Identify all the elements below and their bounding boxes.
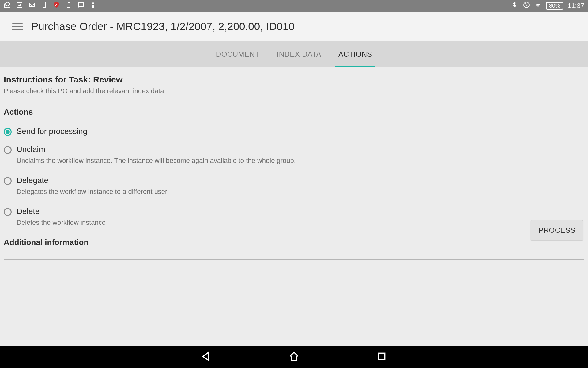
radio-button-icon xyxy=(4,128,12,136)
notification-shield-icon xyxy=(53,1,60,10)
status-bar-clock: 11:37 xyxy=(567,2,584,10)
wifi-icon xyxy=(534,1,542,10)
radio-unclaim[interactable]: Unclaim Unclaims the workflow instance. … xyxy=(4,145,584,165)
hamburger-menu-icon[interactable] xyxy=(12,23,23,30)
page-title: Purchase Order - MRC1923, 1/2/2007, 2,20… xyxy=(31,20,295,33)
svg-line-1 xyxy=(525,3,528,7)
notification-mail-open-icon xyxy=(4,1,11,10)
tab-index-data[interactable]: INDEX DATA xyxy=(277,41,321,67)
divider xyxy=(4,259,584,260)
additional-info-heading: Additional information xyxy=(4,238,584,247)
do-not-disturb-icon xyxy=(523,1,530,10)
tab-document[interactable]: DOCUMENT xyxy=(216,41,260,67)
radio-label: Delete xyxy=(17,207,106,216)
process-button[interactable]: PROCESS xyxy=(531,220,583,240)
radio-button-icon xyxy=(4,208,12,216)
content-area: Instructions for Task: Review Please che… xyxy=(0,67,588,346)
instructions-title: Instructions for Task: Review xyxy=(4,75,584,85)
radio-description: Unclaims the workflow instance. The inst… xyxy=(17,157,296,165)
radio-label: Delegate xyxy=(17,176,167,185)
nav-home-icon[interactable] xyxy=(288,351,300,363)
notification-battery-icon xyxy=(65,1,72,10)
notification-gmail-icon xyxy=(28,1,36,10)
notification-image-icon xyxy=(16,1,23,10)
notification-person-icon xyxy=(89,1,97,10)
radio-button-icon xyxy=(4,146,12,154)
notification-device-icon xyxy=(40,1,48,10)
bluetooth-icon xyxy=(511,1,518,10)
radio-send-for-processing[interactable]: Send for processing xyxy=(4,127,584,136)
radio-button-icon xyxy=(4,177,12,185)
instructions-description: Please check this PO and add the relevan… xyxy=(4,87,584,95)
radio-description: Deletes the workflow instance xyxy=(17,219,106,227)
radio-delete[interactable]: Delete Deletes the workflow instance xyxy=(4,207,584,227)
radio-description: Delegates the workflow instance to a dif… xyxy=(17,188,167,196)
radio-label: Unclaim xyxy=(17,145,296,154)
svg-rect-2 xyxy=(379,353,385,360)
battery-indicator: 80% xyxy=(546,2,563,10)
tab-actions[interactable]: ACTIONS xyxy=(338,41,372,67)
android-nav-bar xyxy=(0,346,588,368)
app-bar: Purchase Order - MRC1923, 1/2/2007, 2,20… xyxy=(0,12,588,41)
nav-back-icon[interactable] xyxy=(201,351,212,363)
actions-heading: Actions xyxy=(4,107,584,117)
notification-message-icon xyxy=(77,1,85,10)
nav-recent-icon[interactable] xyxy=(376,351,387,363)
tab-bar: DOCUMENT INDEX DATA ACTIONS xyxy=(0,41,588,67)
radio-delegate[interactable]: Delegate Delegates the workflow instance… xyxy=(4,176,584,196)
android-status-bar: 80% 11:37 xyxy=(0,0,588,12)
radio-label: Send for processing xyxy=(17,127,87,136)
